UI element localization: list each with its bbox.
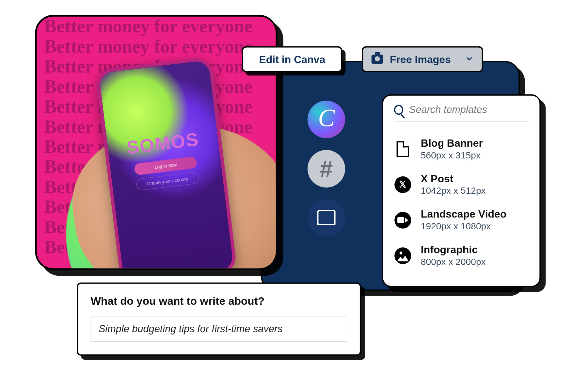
templates-panel: Blog Banner 560px x 315px 𝕏 X Post 1042p… [382,94,540,287]
template-title: X Post [421,172,485,185]
write-prompt-title: What do you want to write about? [90,295,347,308]
edit-in-canva-button[interactable]: Edit in Canva [242,46,342,72]
free-images-label: Free Images [390,53,451,65]
template-title: Infographic [421,244,485,256]
edit-in-canva-label: Edit in Canva [259,53,325,65]
template-item-infographic[interactable]: Infographic 800px x 2000px [394,238,528,273]
image-icon [394,247,411,264]
template-dimensions: 1042px x 512px [421,186,485,196]
template-title: Landscape Video [421,208,506,220]
library-icon[interactable] [307,199,345,237]
template-title: Blog Banner [421,137,483,149]
x-icon: 𝕏 [394,176,411,193]
template-item-blog-banner[interactable]: Blog Banner 560px x 315px [394,131,528,167]
side-tool-icons: C # [307,101,345,237]
template-dimensions: 1920px x 1080px [421,221,506,232]
search-icon [394,105,403,115]
template-search[interactable] [394,104,528,122]
template-dimensions: 800px x 2000px [421,256,485,267]
template-dimensions: 560px x 315px [421,150,483,161]
video-icon [394,211,411,229]
write-prompt-input[interactable]: Simple budgeting tips for first-time sav… [90,316,347,342]
document-icon [394,140,411,158]
camera-icon [371,55,383,64]
canva-icon[interactable]: C [307,101,345,138]
design-preview-card[interactable]: Better money for everyone Better money f… [35,15,277,270]
write-prompt-card: What do you want to write about? Simple … [77,283,361,356]
chevron-down-icon [465,53,473,65]
hashtag-icon[interactable]: # [307,150,345,188]
template-item-x-post[interactable]: 𝕏 X Post 1042px x 512px [394,167,528,202]
template-item-landscape-video[interactable]: Landscape Video 1920px x 1080px [394,202,528,238]
book-icon [317,211,335,225]
template-search-input[interactable] [409,104,528,116]
free-images-dropdown[interactable]: Free Images [362,46,483,72]
